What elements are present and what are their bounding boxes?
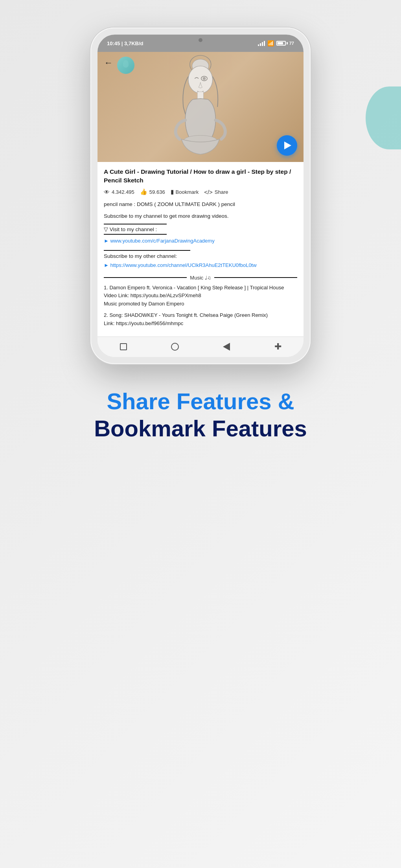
home-icon <box>171 343 179 351</box>
bottom-navigation: ✚ <box>97 337 304 357</box>
status-icons: 📶 77 <box>258 40 294 46</box>
music-item-2-title: 2. Song: SHADOWKEY - Yours Tonight ft. C… <box>104 311 297 320</box>
music-line-right <box>214 277 297 278</box>
svg-rect-5 <box>197 92 203 99</box>
other-channel-label: Subscribe to my other channel: <box>104 253 297 259</box>
bottom-title-blue: Share Features & <box>94 388 307 415</box>
nav-more-button[interactable]: ✚ <box>272 341 283 352</box>
nav-recent-button[interactable] <box>118 341 129 352</box>
pencil-description: pencil name : DOMS ( ZOOM ULTIMATE DARK … <box>104 200 297 209</box>
eye-icon: 👁 <box>104 189 110 195</box>
notch <box>173 35 228 46</box>
video-sketch-area <box>97 52 304 162</box>
content-area: A Cute Girl - Drawing Tutorial / How to … <box>97 162 304 337</box>
status-bar: 10:45 | 3,7KB/d 📶 <box>97 35 304 52</box>
music-item-1-promoted: Music promoted by Damon Empero <box>104 300 297 308</box>
status-time: 10:45 | 3,7KB/d <box>107 40 143 46</box>
nav-home-button[interactable] <box>169 341 180 352</box>
play-icon <box>284 142 291 149</box>
music-item-1: 1. Damon Empero ft. Veronica - Vacation … <box>104 284 297 308</box>
bookmark-icon: ▮ <box>171 188 174 195</box>
battery-icon: 77 <box>276 41 294 46</box>
channel-link[interactable]: ► www.youtube.com/c/FarjanaDrawingAcadem… <box>104 237 297 245</box>
camera-dot <box>199 38 202 42</box>
music-item-1-link[interactable]: Video Link: https://youtu.be/ALzvSPXmeh8 <box>104 292 297 300</box>
phone-screen: 10:45 | 3,7KB/d 📶 <box>97 35 304 357</box>
share-icon: </> <box>204 189 213 195</box>
recent-icon <box>120 343 127 350</box>
play-button[interactable] <box>277 135 297 156</box>
wifi-icon: 📶 <box>267 40 274 46</box>
like-icon: 👍 <box>140 188 147 195</box>
divider-3 <box>104 250 190 251</box>
signal-icon <box>258 40 265 46</box>
divider-1 <box>104 224 167 224</box>
phone-mockup: 10:45 | 3,7KB/d 📶 <box>90 28 311 364</box>
bottom-text-section: Share Features & Bookmark Features <box>70 388 331 442</box>
music-label: Music ♩♫ <box>190 275 211 281</box>
share-button[interactable]: </> Share <box>204 189 228 195</box>
other-channel-link[interactable]: ► https://www.youtube.com/channel/UClkR3… <box>104 261 297 269</box>
subscribe-description: Subscribe to my channel to get more draw… <box>104 212 297 221</box>
music-line-left <box>104 277 187 278</box>
time-display: 10:45 | 3,7KB/d <box>107 40 143 46</box>
girl-sketch-svg <box>166 54 235 160</box>
music-item-1-title: 1. Damon Empero ft. Veronica - Vacation … <box>104 284 297 292</box>
plus-icon: ✚ <box>274 342 281 352</box>
svg-point-2 <box>188 66 213 93</box>
music-item-2-link[interactable]: Link: https://youtu.be/f9656/mhmpc <box>104 320 297 328</box>
video-title: A Cute Girl - Drawing Tutorial / How to … <box>104 167 297 184</box>
back-nav-icon <box>223 343 230 351</box>
video-thumbnail: ← <box>97 52 304 162</box>
bottom-title-dark: Bookmark Features <box>94 415 307 442</box>
svg-point-4 <box>203 77 206 80</box>
music-section-header: Music ♩♫ <box>104 275 297 281</box>
like-count[interactable]: 👍 59.636 <box>140 188 165 195</box>
video-stats-row: 👁 4.342.495 👍 59.636 ▮ Bookmark </> Shar… <box>104 188 297 195</box>
back-arrow-icon: ← <box>104 58 113 68</box>
nav-back-button[interactable] <box>221 341 232 352</box>
phone-frame: 10:45 | 3,7KB/d 📶 <box>90 28 311 364</box>
divider-2 <box>104 234 167 235</box>
view-count: 👁 4.342.495 <box>104 189 134 195</box>
bookmark-button[interactable]: ▮ Bookmark <box>171 188 199 195</box>
music-item-2: 2. Song: SHADOWKEY - Yours Tonight ft. C… <box>104 311 297 328</box>
visit-label: ▽ Visit to my channel : <box>104 226 297 232</box>
back-button[interactable]: ← <box>102 57 115 69</box>
visit-section: ▽ Visit to my channel : <box>104 226 297 232</box>
